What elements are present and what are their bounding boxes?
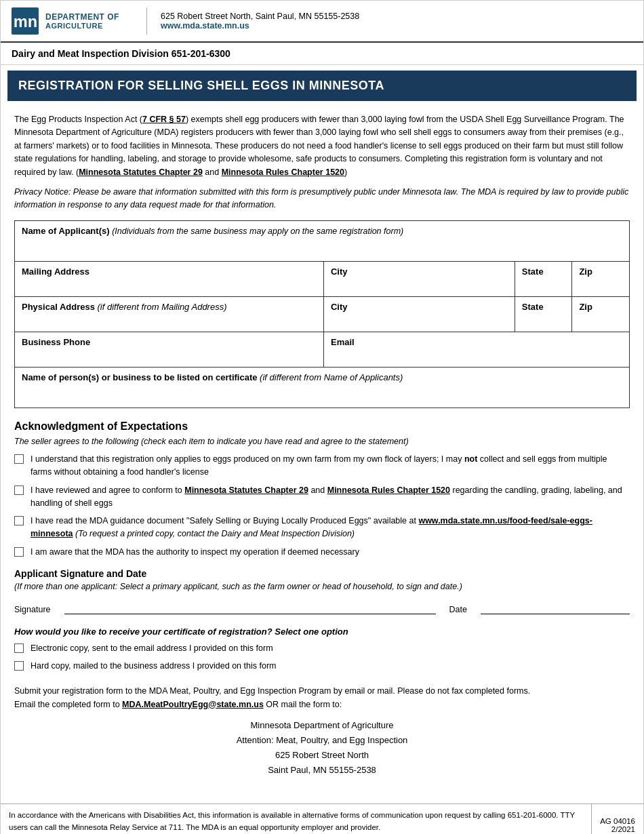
logo-area: mn Department of Agriculture [12, 7, 147, 35]
date-field[interactable] [481, 599, 630, 614]
signature-field[interactable] [64, 599, 436, 614]
ack-intro-italic: (check each item to indicate you have re… [141, 437, 409, 446]
email-label: Email [331, 337, 355, 347]
mailing-address-label: Mailing Address [22, 266, 89, 277]
sig-sub-text: (If more than one applicant: Select a pr… [14, 582, 462, 591]
cert-name-note: (if different from Name of Applicants) [260, 372, 403, 382]
cert-question-italic: Select one option [275, 627, 348, 637]
page-title: Registration for Selling Shell Eggs in M… [18, 79, 384, 92]
header-address: 625 Robert Street North, Saint Paul, MN … [161, 12, 359, 21]
acknowledgment-intro: The seller agrees to the following (chec… [14, 437, 630, 446]
header-website: www.mda.state.mn.us [161, 21, 359, 31]
mailing-zip-label: Zip [579, 266, 592, 277]
phone-label: Business Phone [22, 337, 90, 347]
footer-date: 2/2021 [611, 825, 635, 833]
submit-text-1: Submit your registration form to the MDA… [14, 686, 530, 696]
page: mn Department of Agriculture 625 Robert … [0, 0, 644, 834]
cert-name-row: Name of person(s) or business to be list… [15, 368, 630, 408]
cert-question-bold: How would you like to receive your certi… [14, 627, 273, 637]
ack-intro-text: The seller agrees to the following [14, 437, 138, 446]
physical-city-cell: City [323, 297, 515, 332]
logo-text: Department of Agriculture [45, 12, 119, 30]
rules-link-intro[interactable]: Minnesota Rules Chapter 1520 [222, 167, 344, 177]
footer: In accordance with the Americans with Di… [1, 803, 643, 834]
ack-text-1: I understand that this registration only… [31, 453, 630, 479]
cert-name-label: Name of person(s) or business to be list… [22, 372, 257, 382]
acknowledgment-heading: Acknowledgment of Expectations [14, 420, 630, 433]
ack-item-1: I understand that this registration only… [14, 453, 630, 479]
applicant-name-row: Name of Applicant(s) (Individuals from t… [15, 221, 630, 262]
cert-option-1-text: Electronic copy, sent to the email addre… [31, 642, 273, 655]
intro-paragraph: The Egg Products Inspection Act (7 CFR §… [14, 113, 630, 179]
main-content: The Egg Products Inspection Act (7 CFR §… [1, 106, 643, 797]
header-contact: 625 Robert Street North, Saint Paul, MN … [147, 7, 359, 35]
mn-logo-icon: mn [12, 7, 39, 35]
mail-line-4: Saint Paul, MN 55155-2538 [14, 763, 630, 778]
applicant-label: Name of Applicant(s) [22, 226, 110, 236]
cert-checkbox-2[interactable] [14, 661, 24, 671]
mailing-city-label: City [331, 266, 348, 277]
submit-text-3: OR mail the form to: [264, 700, 342, 709]
ack-text-2: I have reviewed and agree to conform to … [31, 484, 630, 510]
rules-link-ack[interactable]: Minnesota Rules Chapter 1520 [327, 485, 450, 495]
sig-sub: (If more than one applicant: Select a pr… [14, 582, 630, 591]
svg-text:mn: mn [14, 13, 37, 31]
mailing-city-cell: City [323, 262, 515, 297]
footer-right: AG 04016 2/2021 [591, 804, 643, 834]
division-text: Dairy and Meat Inspection Division 651-2… [12, 48, 230, 59]
mailing-zip-cell: Zip [572, 262, 630, 297]
header: mn Department of Agriculture 625 Robert … [1, 1, 643, 43]
ack-checkbox-1[interactable] [14, 454, 24, 464]
applicant-name-cell: Name of Applicant(s) (Individuals from t… [15, 221, 630, 262]
physical-address-label-cell: Physical Address (if different from Mail… [15, 297, 324, 332]
ack-checkbox-3[interactable] [14, 516, 24, 525]
website-link[interactable]: www.mda.state.mn.us [161, 21, 249, 31]
dept-line1: Department of [45, 12, 119, 22]
mailing-state-label: State [522, 266, 544, 277]
email-link[interactable]: MDA.MeatPoultryEgg@state.mn.us [122, 700, 264, 709]
cert-option-2: Hard copy, mailed to the business addres… [14, 660, 630, 673]
cert-option-2-text: Hard copy, mailed to the business addres… [31, 660, 276, 673]
cert-question: How would you like to receive your certi… [14, 627, 630, 637]
footer-text: In accordance with the Americans with Di… [9, 811, 575, 831]
physical-state-cell: State [515, 297, 572, 332]
mn-logo: mn [12, 7, 39, 35]
footer-main-text: In accordance with the Americans with Di… [1, 804, 591, 834]
dept-line2: Agriculture [45, 22, 119, 30]
sig-label: Signature [14, 605, 51, 614]
ack-text-4: I am aware that the MDA has the authorit… [31, 546, 359, 559]
submit-text-2: Email the completed form to [14, 700, 122, 709]
acknowledgment-list: I understand that this registration only… [14, 453, 630, 558]
cert-checkbox-1[interactable] [14, 643, 24, 653]
mail-address: Minnesota Department of Agriculture Atte… [14, 718, 630, 778]
mailing-state-cell: State [515, 262, 572, 297]
physical-address-row: Physical Address (if different from Mail… [15, 297, 630, 332]
ack-item-2: I have reviewed and agree to conform to … [14, 484, 630, 510]
sig-heading: Applicant Signature and Date [14, 568, 630, 579]
email-cell: Email [323, 332, 629, 368]
applicant-note: (Individuals from the same business may … [112, 226, 403, 236]
footer-form-number: AG 04016 [600, 817, 635, 825]
division-bar: Dairy and Meat Inspection Division 651-2… [1, 43, 643, 65]
cfr-link[interactable]: 7 CFR § 57 [142, 115, 186, 124]
mail-line-1: Minnesota Department of Agriculture [14, 718, 630, 733]
mail-line-2: Attention: Meat, Poultry, and Egg Inspec… [14, 733, 630, 748]
mailing-address-row: Mailing Address City State Zip [15, 262, 630, 297]
ack-checkbox-4[interactable] [14, 547, 24, 557]
ack-item-4: I am aware that the MDA has the authorit… [14, 546, 630, 559]
statutes-link-ack[interactable]: Minnesota Statutes Chapter 29 [184, 485, 308, 495]
mailing-address-label-cell: Mailing Address [15, 262, 324, 297]
form-table: Name of Applicant(s) (Individuals from t… [14, 220, 630, 408]
privacy-notice: Privacy Notice: Please be aware that inf… [14, 186, 630, 212]
cert-options-list: Electronic copy, sent to the email addre… [14, 642, 630, 673]
sig-line: Signature Date [14, 599, 630, 614]
ack-checkbox-2[interactable] [14, 485, 24, 495]
statutes-link-intro[interactable]: Minnesota Statutes Chapter 29 [79, 167, 203, 177]
submit-text: Submit your registration form to the MDA… [14, 685, 630, 711]
ack-text-3: I have read the MDA guidance document "S… [31, 515, 630, 540]
title-bar: Registration for Selling Shell Eggs in M… [7, 71, 637, 101]
date-label: Date [449, 605, 467, 614]
cert-option-1: Electronic copy, sent to the email addre… [14, 642, 630, 655]
cert-name-cell: Name of person(s) or business to be list… [15, 368, 630, 408]
phone-cell: Business Phone [15, 332, 324, 368]
